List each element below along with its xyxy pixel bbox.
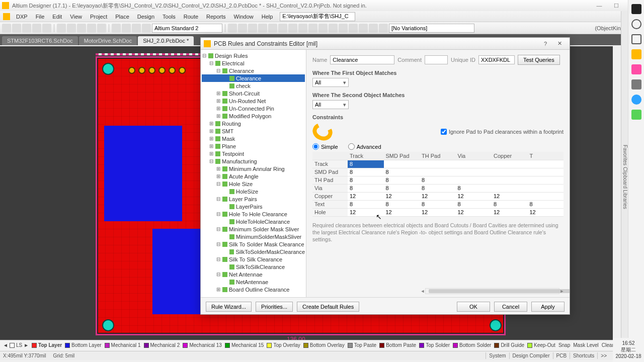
- status-button[interactable]: Design Compiler: [509, 352, 553, 359]
- tree-node[interactable]: ⊞Modified Polygon: [202, 112, 305, 120]
- col-header[interactable]: Track: [348, 152, 384, 160]
- tree-node[interactable]: Clearance: [202, 74, 305, 82]
- clearance-cell[interactable]: 12: [348, 192, 384, 200]
- tree-node[interactable]: ⊞Testpoint: [202, 150, 305, 157]
- toolbar-btn2-15[interactable]: [379, 24, 388, 33]
- clearance-cell[interactable]: 12: [492, 208, 528, 216]
- tree-node[interactable]: check: [202, 82, 305, 89]
- help-button[interactable]: ?: [538, 41, 552, 47]
- clearance-cell[interactable]: 8: [456, 200, 492, 208]
- clearance-cell[interactable]: 8: [456, 184, 492, 192]
- menu-help[interactable]: Help: [258, 13, 277, 21]
- tree-node[interactable]: ⊞SMT: [202, 127, 305, 135]
- status-button[interactable]: PCB: [553, 352, 570, 359]
- tree-node[interactable]: NetAntennae: [202, 278, 305, 286]
- wechat-icon[interactable]: [631, 110, 641, 120]
- simple-radio[interactable]: Simple: [312, 143, 338, 150]
- layer-item[interactable]: Clear: [602, 342, 613, 348]
- menu-edit[interactable]: Edit: [48, 13, 66, 21]
- toolbar-btn-11[interactable]: [122, 24, 131, 33]
- clearance-cell[interactable]: 8: [384, 184, 420, 192]
- clearance-cell[interactable]: [528, 184, 564, 192]
- ignore-pad-checkbox[interactable]: Ignore Pad to Pad clearances within a fo…: [441, 129, 564, 135]
- clearance-cell[interactable]: [456, 168, 492, 176]
- tree-node[interactable]: ⊟Electrical: [202, 59, 305, 67]
- standard-select[interactable]: [152, 24, 222, 33]
- ignore-pad-checkbox-input[interactable]: [441, 129, 447, 135]
- tree-node[interactable]: ⊟Manufacturing: [202, 157, 305, 165]
- tree-node[interactable]: ⊟Design Rules: [202, 52, 305, 59]
- system-clock[interactable]: 16:52 星期二 2020-02-18: [613, 338, 644, 362]
- tree-node[interactable]: ⊟Silk To Solder Mask Clearance: [202, 240, 305, 248]
- layer-bar[interactable]: ◄LS►Top LayerBottom LayerMechanical 1Mec…: [0, 340, 613, 350]
- layer-item[interactable]: Bottom Solder: [453, 342, 491, 348]
- toolbar-btn2-10[interactable]: [329, 24, 338, 33]
- doc-tab[interactable]: SHJ_2.0.PcbDoc *: [138, 36, 194, 45]
- status-button[interactable]: Shortcuts: [570, 352, 597, 359]
- menu-tools[interactable]: Tools: [158, 13, 180, 21]
- clearance-cell[interactable]: 12: [528, 208, 564, 216]
- ok-button[interactable]: OK: [457, 302, 490, 312]
- tree-node[interactable]: ⊞Un-Connected Pin: [202, 105, 305, 112]
- doc-tab[interactable]: STM32F103RCT6.SchDoc: [2, 36, 78, 45]
- menu-dxp[interactable]: DXP: [12, 13, 32, 21]
- toolbar-btn-2[interactable]: [22, 24, 31, 33]
- right-panel-tabs[interactable]: Favorites Clipboard Libraries: [621, 11, 628, 340]
- win-start-icon[interactable]: [631, 4, 641, 14]
- toolbar-btn2-11[interactable]: [339, 24, 348, 33]
- menu-file[interactable]: File: [32, 13, 49, 21]
- layer-item[interactable]: Mechanical 1: [105, 342, 141, 348]
- toolbar-btn2-3[interactable]: [258, 24, 267, 33]
- toolbar-btn-7[interactable]: [77, 24, 86, 33]
- menu-window[interactable]: Window: [230, 13, 258, 21]
- layer-item[interactable]: Top Overlay: [267, 342, 300, 348]
- toolbar-btn-8[interactable]: [87, 24, 96, 33]
- clearance-table[interactable]: TrackSMD PadTH PadViaCopperTTrack8SMD Pa…: [312, 152, 564, 217]
- clearance-cell[interactable]: [456, 176, 492, 184]
- advanced-radio[interactable]: Advanced: [348, 143, 381, 150]
- clearance-cell[interactable]: 12: [420, 192, 456, 200]
- toolbar-btn-4[interactable]: [42, 24, 51, 33]
- tree-node[interactable]: ⊟Hole Size: [202, 180, 305, 188]
- browser-icon[interactable]: [631, 95, 641, 105]
- clearance-cell[interactable]: [492, 160, 528, 168]
- name-input[interactable]: [330, 55, 394, 64]
- toolbar-btn2-0[interactable]: [228, 24, 237, 33]
- menu-design[interactable]: Design: [133, 13, 158, 21]
- rule-wizard-button[interactable]: Rule Wizard...: [206, 302, 252, 312]
- toolbar-btn2-8[interactable]: [308, 24, 317, 33]
- clearance-cell[interactable]: 8: [420, 200, 456, 208]
- status-button[interactable]: >>: [597, 352, 610, 359]
- clearance-cell[interactable]: 12: [348, 208, 384, 216]
- clearance-cell[interactable]: 8: [348, 184, 384, 192]
- second-match-select[interactable]: All: [312, 100, 349, 109]
- tree-node[interactable]: ⊟Silk To Silk Clearance: [202, 255, 305, 263]
- clearance-cell[interactable]: 12: [456, 192, 492, 200]
- clearance-cell[interactable]: 8: [384, 168, 420, 176]
- layer-item[interactable]: Mask Level: [573, 342, 599, 348]
- menu-view[interactable]: View: [66, 13, 86, 21]
- clearance-cell[interactable]: 8: [348, 160, 384, 168]
- tree-node[interactable]: HoleSize: [202, 188, 305, 195]
- toolbar-btn-6[interactable]: [67, 24, 76, 33]
- clearance-cell[interactable]: 8: [348, 168, 384, 176]
- status-button[interactable]: System: [486, 352, 509, 359]
- create-defaults-button[interactable]: Create Default Rules: [297, 302, 359, 312]
- tree-node[interactable]: SilkToSilkClearance: [202, 263, 305, 270]
- clearance-cell[interactable]: 8: [420, 176, 456, 184]
- col-header[interactable]: TH Pad: [420, 152, 456, 160]
- toolbar-btn-13[interactable]: [142, 24, 151, 33]
- cancel-button[interactable]: Cancel: [494, 302, 527, 312]
- tree-node[interactable]: ⊟Net Antennae: [202, 270, 305, 278]
- toolbar-btn2-14[interactable]: [369, 24, 378, 33]
- clearance-cell[interactable]: [492, 176, 528, 184]
- clearance-cell[interactable]: [384, 160, 420, 168]
- clearance-cell[interactable]: 8: [348, 176, 384, 184]
- clearance-cell[interactable]: 8: [528, 200, 564, 208]
- layer-item[interactable]: Mechanical 13: [183, 342, 221, 348]
- col-header[interactable]: SMD Pad: [384, 152, 420, 160]
- col-header[interactable]: T: [528, 152, 564, 160]
- menu-reports[interactable]: Reports: [202, 13, 230, 21]
- toolbar-btn-3[interactable]: [32, 24, 41, 33]
- tree-node[interactable]: ⊞Plane: [202, 142, 305, 150]
